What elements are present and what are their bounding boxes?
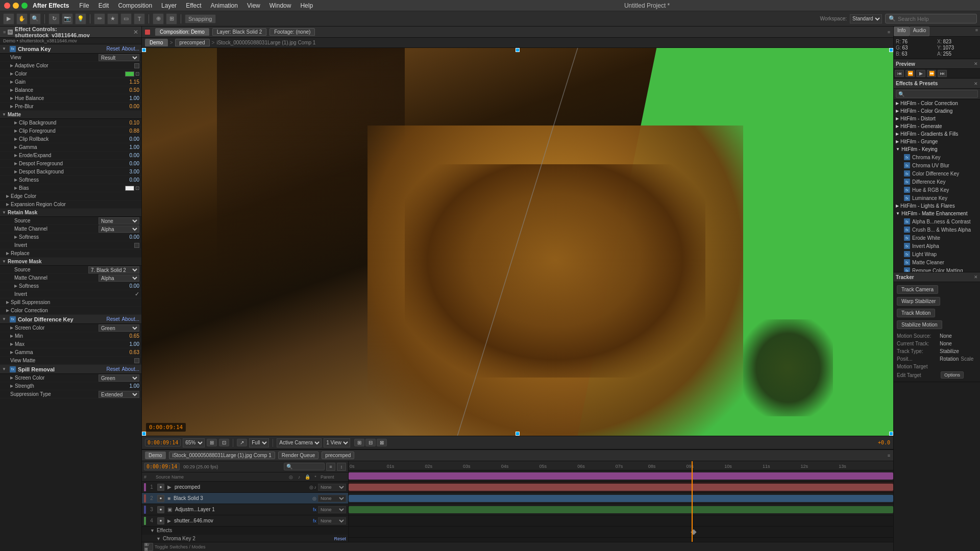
rmask-softness-toggle[interactable]: ▶ [14,284,17,288]
camera-select[interactable]: Active Camera [277,438,322,447]
ep-close[interactable]: ✕ [974,81,978,86]
comp-tab-composition[interactable]: Composition: Demo [155,28,209,36]
close-button[interactable] [4,3,10,9]
nav-tab-precomped[interactable]: precomped [175,39,210,46]
nav-tab-demo[interactable]: Demo [145,39,168,46]
snap-btn[interactable]: ↗ [237,439,247,446]
clip-bg-value[interactable]: 0.10 [119,120,139,126]
spill-removal-about[interactable]: About... [122,366,139,372]
adaptive-color-checkbox[interactable] [134,63,139,68]
spill-removal-toggle[interactable]: ▼ [2,367,6,371]
timecode-display[interactable]: 0:00:09:14 [145,439,181,446]
view-mode-btn2[interactable]: ⊟ [365,439,376,446]
tool-rect[interactable]: ▭ [120,13,132,24]
rm-softness-value[interactable]: 0.00 [119,234,139,240]
sr-screen-select[interactable]: Green [99,374,139,382]
ep-folder-matte[interactable]: ▼ HitFilm - Matte Enhancement [894,210,980,217]
menu-animation[interactable]: Animation [207,1,242,10]
rm-channel-select[interactable]: Alpha [99,226,139,233]
tool-text[interactable]: T [134,13,145,24]
ep-item-chroma-uv[interactable]: fx Chroma UV Blur [894,161,980,169]
cdk-gamma-value[interactable]: 0.63 [119,349,139,355]
cdk-screen-toggle[interactable]: ▶ [10,325,13,330]
timeline-timecode[interactable]: 0:00:09:14 [144,463,180,470]
bias-swatch[interactable] [125,186,134,191]
cdk-reset[interactable]: Reset [106,316,119,322]
search-help-input[interactable] [898,16,969,22]
prev-back[interactable]: ⏪ [905,70,915,77]
matte-section-header[interactable]: ▼ Matte [0,111,141,119]
snapping-toggle[interactable]: Snapping [185,14,216,23]
menu-file[interactable]: File [75,1,93,10]
comp-tab-footage[interactable]: Footage: (none) [270,28,315,36]
cdk-screen-select[interactable]: Green [99,324,139,332]
info-tab[interactable]: Info [894,27,910,36]
prev-first[interactable]: ⏮ [895,70,904,77]
grid-btn[interactable]: ⊞ [207,439,217,446]
rm-source-select[interactable]: None [99,217,139,224]
cdk-max-toggle[interactable]: ▶ [10,342,13,346]
retain-mask-toggle[interactable]: ▼ [2,210,6,215]
ep-folder-dist[interactable]: ▶ HitFilm - Distort [894,115,980,122]
bias-toggle[interactable]: ▶ [14,186,17,190]
spill-toggle[interactable]: ▶ [6,300,9,305]
tool-select[interactable]: ▶ [3,13,14,24]
color-corr-toggle[interactable]: ▶ [6,308,9,313]
tool-clone[interactable]: ⊞ [166,13,177,24]
ep-folder-gen[interactable]: ▶ HitFilm - Generate [894,122,980,130]
layer-parent-3[interactable]: None [318,506,346,513]
tool-hand[interactable]: ✋ [16,13,28,24]
ep-item-erode-w[interactable]: fx Erode White [894,234,980,242]
view-mode-btn1[interactable]: ⊞ [354,439,364,446]
rm-invert-checkbox[interactable] [134,243,139,248]
matte-gamma-toggle[interactable]: ▶ [14,145,17,149]
expansion-toggle[interactable]: ▶ [6,202,9,207]
matte-toggle[interactable]: ▼ [2,112,6,117]
timeline-tab-render[interactable]: Render Queue [278,452,319,459]
balance-toggle[interactable]: ▶ [10,88,13,92]
sr-strength-value[interactable]: 1.00 [119,383,139,389]
clip-bg-toggle[interactable]: ▶ [14,120,17,125]
layer-search-input[interactable] [284,463,325,470]
timeline-tab-demo[interactable]: Demo [145,452,166,459]
clip-fg-toggle[interactable]: ▶ [14,129,17,133]
edge-color-toggle[interactable]: ▶ [6,194,9,198]
pre-blur-toggle[interactable]: ▶ [10,104,13,109]
matte-gamma-value[interactable]: 1.00 [119,144,139,150]
ep-item-chroma-key[interactable]: fx Chroma Key [894,153,980,161]
tool-rot[interactable]: ↻ [48,13,60,24]
clip-rollback-toggle[interactable]: ▶ [14,137,17,141]
clip-fg-value[interactable]: 0.88 [119,128,139,134]
sr-strength-toggle[interactable]: ▶ [10,384,13,388]
corner-handle-tl[interactable] [142,48,146,52]
chroma-key-toggle[interactable]: ▼ [2,46,6,51]
menu-composition[interactable]: Composition [114,1,156,10]
tl-mode-btn[interactable]: ⊞/⊠ [144,543,153,551]
remove-mask-header[interactable]: ▼ Remove Mask [0,258,141,266]
minimize-button[interactable] [13,3,19,9]
workspace-select[interactable]: Standard [850,14,882,23]
ep-item-crush-b[interactable]: fx Crush B... & Whites Alpha [894,226,980,234]
quality-select[interactable]: Full [249,438,269,447]
ep-item-matte-cleaner[interactable]: fx Matte Cleaner [894,258,980,266]
ep-item-lum-key[interactable]: fx Luminance Key [894,194,980,202]
preview-close[interactable]: ✕ [974,61,978,66]
ep-folder-cg[interactable]: ▶ HitFilm - Color Grading [894,107,980,115]
cdk-gamma-toggle[interactable]: ▶ [10,350,13,355]
retain-mask-header[interactable]: ▼ Retain Mask [0,209,141,217]
layer-vis-3[interactable]: ● [157,506,164,513]
track-motion-btn[interactable]: Track Motion [897,309,935,317]
tool-zoom[interactable]: 🔍 [30,13,41,24]
cdk-min-value[interactable]: 0.65 [119,333,139,339]
fullscreen-button[interactable] [21,3,28,9]
despot-bg-toggle[interactable]: ▶ [14,169,17,174]
warp-stabilizer-btn[interactable]: Warp Stabilizer [897,297,940,306]
layer-vis-2[interactable]: ● [157,495,164,502]
chroma-effect-reset[interactable]: Reset [334,536,346,541]
rm-softness-toggle[interactable]: ▶ [14,235,17,239]
ep-item-diff-key[interactable]: fx Difference Key [894,178,980,186]
color-expand[interactable]: ⊡ [135,71,139,77]
layer-btn2[interactable]: ↕ [337,463,346,471]
info-menu[interactable]: ≡ [973,27,980,36]
layer-btn1[interactable]: ≡ [326,463,335,471]
